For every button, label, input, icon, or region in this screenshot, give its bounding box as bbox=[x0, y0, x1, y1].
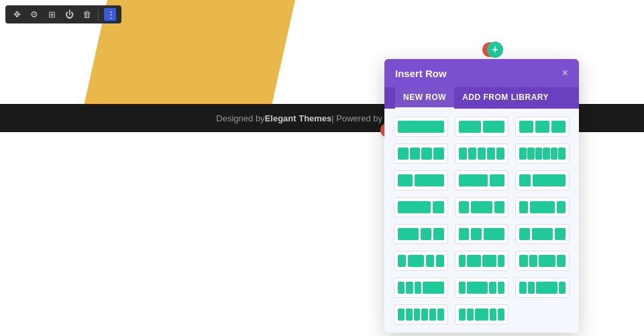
settings-icon[interactable]: ⚙ bbox=[28, 9, 40, 19]
tab-add-from-library[interactable]: Add From Library bbox=[454, 87, 557, 109]
layout-1-col[interactable] bbox=[394, 117, 448, 137]
insert-row-modal: Insert Row × New Row Add From Library bbox=[384, 59, 579, 333]
layout-3-1[interactable] bbox=[394, 197, 448, 217]
footer-text: Designed by bbox=[216, 113, 264, 123]
top-toolbar: ✥ ⚙ ⊞ ⏻ 🗑 ⋮ bbox=[5, 5, 121, 23]
layout-1-3[interactable] bbox=[515, 170, 570, 190]
layout-empty-cell bbox=[515, 304, 570, 325]
move-icon[interactable]: ✥ bbox=[11, 9, 23, 19]
layout-1-1-2[interactable] bbox=[455, 224, 509, 244]
more-icon[interactable]: ⋮ bbox=[104, 8, 116, 21]
layout-row7-b[interactable] bbox=[455, 278, 509, 298]
layout-1-2[interactable] bbox=[394, 170, 448, 190]
toolbar-divider bbox=[98, 9, 99, 20]
layout-row8-b[interactable] bbox=[455, 304, 509, 325]
footer-brand: Elegant Themes bbox=[265, 113, 332, 123]
layout-1-2-2[interactable] bbox=[515, 224, 570, 244]
modal-title: Insert Row bbox=[395, 68, 447, 79]
modal-tabs: New Row Add From Library bbox=[384, 87, 579, 109]
layout-row7-c[interactable] bbox=[515, 278, 570, 298]
layout-1-2-1[interactable] bbox=[455, 197, 509, 217]
layout-4-col[interactable] bbox=[394, 144, 448, 164]
layout-6-col[interactable] bbox=[515, 144, 570, 164]
power-icon[interactable]: ⏻ bbox=[63, 9, 75, 19]
layout-row7-a[interactable] bbox=[394, 278, 448, 298]
layout-5-col[interactable] bbox=[455, 144, 509, 164]
trash-icon[interactable]: 🗑 bbox=[80, 9, 93, 19]
layout-1-3-1[interactable] bbox=[515, 197, 570, 217]
layout-row6-a[interactable] bbox=[394, 251, 448, 271]
layout-row6-c[interactable] bbox=[515, 251, 570, 271]
tab-new-row[interactable]: New Row bbox=[395, 87, 454, 109]
layout-3-col[interactable] bbox=[515, 117, 570, 137]
layout-row6-b[interactable] bbox=[455, 251, 509, 271]
modal-close-button[interactable]: × bbox=[562, 67, 568, 79]
layout-row8-a[interactable] bbox=[394, 304, 448, 325]
layout-2-1[interactable] bbox=[455, 170, 509, 190]
layout-icon[interactable]: ⊞ bbox=[46, 9, 58, 19]
layout-2-col[interactable] bbox=[455, 117, 509, 137]
layout-2-1-1[interactable] bbox=[394, 224, 448, 244]
plus-add-button[interactable]: + bbox=[487, 42, 503, 58]
layout-grid bbox=[384, 109, 579, 333]
modal-header: Insert Row × bbox=[384, 59, 579, 87]
